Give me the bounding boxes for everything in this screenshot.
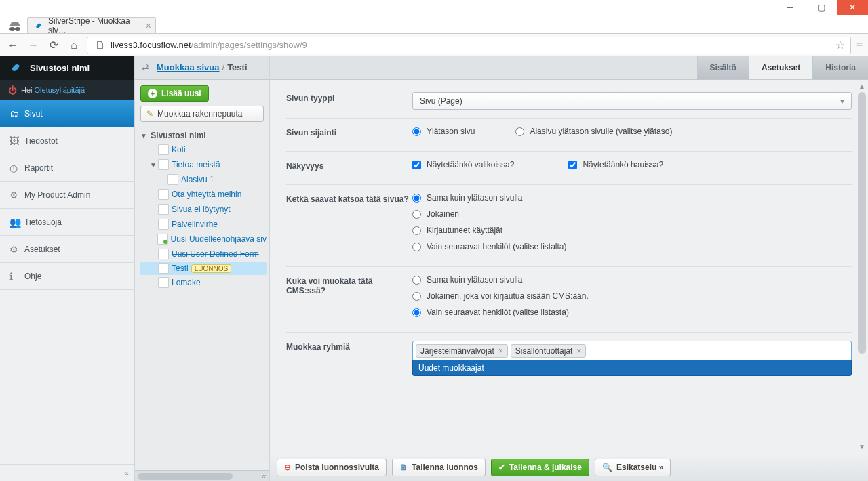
browser-chrome: ─ ▢ ✕ SilverStripe - Muokkaa siv… × ← → … [0,0,868,56]
radio-edit-only-these[interactable]: Vain seuraavat henkilöt (valitse listast… [412,308,852,317]
menu-item-privacy[interactable]: 👥Tietosuoja [0,209,134,236]
radio-view-anyone[interactable]: Jokainen [412,209,852,219]
edit-tree-button[interactable]: ✎Muokkaa rakennepuuta [140,106,264,122]
back-icon[interactable]: ← [5,39,20,51]
browser-menu-icon[interactable]: ≡ [856,39,863,51]
forward-icon[interactable]: → [26,39,41,51]
gear-icon: ⚙ [9,190,24,201]
remove-tag-icon[interactable]: × [498,346,503,356]
menu-item-help[interactable]: ℹOhje [0,263,134,290]
brand-logo-icon [8,60,23,75]
tab-close-icon[interactable]: × [146,20,151,31]
radio-edit-anyone[interactable]: Jokainen, joka voi kirjautua sisään CMS:… [412,291,852,301]
add-new-button[interactable]: +Lisää uusi [140,85,209,102]
collapse-tree-button[interactable]: « [258,472,269,481]
home-icon[interactable]: ⌂ [66,39,81,51]
group-tag: Järjestelmänvalvojat× [416,344,508,358]
label-editor-groups: Muokkaa ryhmiä [286,341,412,376]
url-text: livess3.focusflow.net/admin/pages/settin… [111,40,307,50]
radio-location-sub[interactable]: Alasivu ylätason sivulle (valitse ylätas… [515,127,672,136]
gear-icon: ⚙ [9,244,24,255]
tree-item-userform[interactable]: Uusi User Defined Form [140,247,267,262]
delete-draft-button[interactable]: ⊖Poista luonnossivulta [277,459,387,476]
tab-settings[interactable]: Asetukset [749,56,812,79]
scroll-up-icon[interactable]: ▲ [856,80,868,92]
tree-item-tietoa[interactable]: ▼Tietoa meistä [140,157,267,172]
scroll-thumb[interactable] [858,92,866,354]
menu-item-product-admin[interactable]: ⚙My Product Admin [0,182,134,209]
reload-icon[interactable]: ⟳ [46,39,61,51]
tab-content[interactable]: Sisältö [697,56,749,79]
tab-history[interactable]: Historia [812,56,868,79]
window-maximize-button[interactable]: ▢ [806,0,837,15]
tree-root[interactable]: ▼ Sivustosi nimi [140,129,267,142]
brand-bar: Sivustosi nimi [0,56,134,80]
page-tree-panel: ⇄ Muokkaa sivua / Testi +Lisää uusi ✎Muo… [134,56,270,481]
address-bar[interactable]: 🗋 livess3.focusflow.net/admin/pages/sett… [87,37,851,54]
draft-badge: LUONNOS [191,264,231,273]
menu-item-reports[interactable]: ◴Raportit [0,154,134,182]
tree-item-testi[interactable]: TestiLUONNOS [140,262,267,275]
page-icon [158,249,169,259]
info-icon: ℹ [9,271,24,282]
scroll-down-icon[interactable]: ▼ [856,440,868,453]
menu-item-pages[interactable]: 🗂Sivut [0,100,134,127]
chevron-down-icon: ▼ [839,98,846,105]
breadcrumb-root-link[interactable]: Muokkaa sivua [157,62,220,72]
svg-point-1 [15,27,20,31]
vertical-scrollbar[interactable]: ▲ ▼ [856,80,868,453]
edit-form: Sisältö Asetukset Historia Sivun tyyppi … [270,56,868,481]
label-who-can-view: Ketkä saavat katsoa tätä sivua? [286,193,412,258]
chevron-down-icon[interactable]: ▼ [140,132,149,140]
publish-button[interactable]: ✔Tallenna & julkaise [491,459,589,476]
window-minimize-button[interactable]: ─ [774,0,806,15]
tree-item-alasivu[interactable]: Alasivu 1 [140,172,267,187]
checkbox-show-in-menus[interactable]: Näytetäänkö valikoissa? [412,160,514,169]
power-icon[interactable]: ⏻ [8,85,17,96]
window-close-button[interactable]: ✕ [837,0,868,15]
tree-item-lomake[interactable]: Lomake [140,275,267,290]
username-link[interactable]: Oletusylläpitäjä [35,86,85,94]
radio-view-only-these[interactable]: Vain seuraavat henkilöt (valitse listalt… [412,242,852,251]
remove-tag-icon[interactable]: × [576,346,581,356]
menu-item-settings[interactable]: ⚙Asetukset [0,236,134,263]
svg-point-0 [9,27,15,31]
page-icon [158,263,169,274]
preview-button[interactable]: 🔍Esikatselu » [595,459,671,476]
check-icon: ✔ [498,463,505,472]
radio-edit-inherit[interactable]: Sama kuin ylätason sivulla [412,275,852,285]
breadcrumb-current: Testi [227,62,247,72]
dropdown-option[interactable]: Uudet muokkaajat [413,360,851,375]
redirect-page-icon [157,234,168,245]
tree-item-palvelin[interactable]: Palvelinvirhe [140,217,267,232]
tree-item-yhteys[interactable]: Ota yhteyttä meihin [140,187,267,202]
chevron-down-icon[interactable]: ▼ [150,161,158,169]
page-icon [158,144,169,155]
browser-tab[interactable]: SilverStripe - Muokkaa siv… × [27,17,156,33]
tree-item-notfound[interactable]: Sivua ei löytynyt [140,202,267,217]
checkbox-show-in-search[interactable]: Näytetäänkö hauissa? [568,160,663,169]
radio-location-top[interactable]: Ylätason sivu [412,127,475,136]
incognito-icon [5,20,24,33]
group-tag: Sisällöntuottajat× [511,344,587,358]
page-icon [158,277,169,288]
tree-item-koti[interactable]: Koti [140,142,267,157]
save-draft-button[interactable]: 🗎Tallenna luonnos [392,459,486,476]
tree-horizontal-scrollbar[interactable]: « [135,470,269,481]
tree-item-redirect[interactable]: Uusi Uudelleenohjaava siv [140,232,267,247]
page-icon: 🗋 [93,39,108,51]
page-icon [158,204,169,215]
menu-item-files[interactable]: 🖼Tiedostot [0,127,134,154]
main-menu: Sivustosi nimi ⏻ Hei Oletusylläpitäjä 🗂S… [0,56,134,481]
radio-view-logged-in[interactable]: Kirjautuneet käyttäjät [412,226,852,235]
page-type-select[interactable]: Sivu (Page) ▼ [412,92,852,110]
page-icon [158,159,169,170]
delete-icon: ⊖ [284,463,291,472]
bookmark-star-icon[interactable]: ☆ [835,39,845,51]
action-bar: ⊖Poista luonnossivulta 🗎Tallenna luonnos… [270,453,868,481]
radio-view-inherit[interactable]: Sama kuin ylätason sivulla [412,193,852,203]
editor-groups-input[interactable]: Järjestelmänvalvojat× Sisällöntuottajat× [412,341,852,361]
collapse-menu-button[interactable]: « [0,464,134,481]
plus-icon: + [148,89,157,98]
users-icon: 👥 [9,217,24,228]
